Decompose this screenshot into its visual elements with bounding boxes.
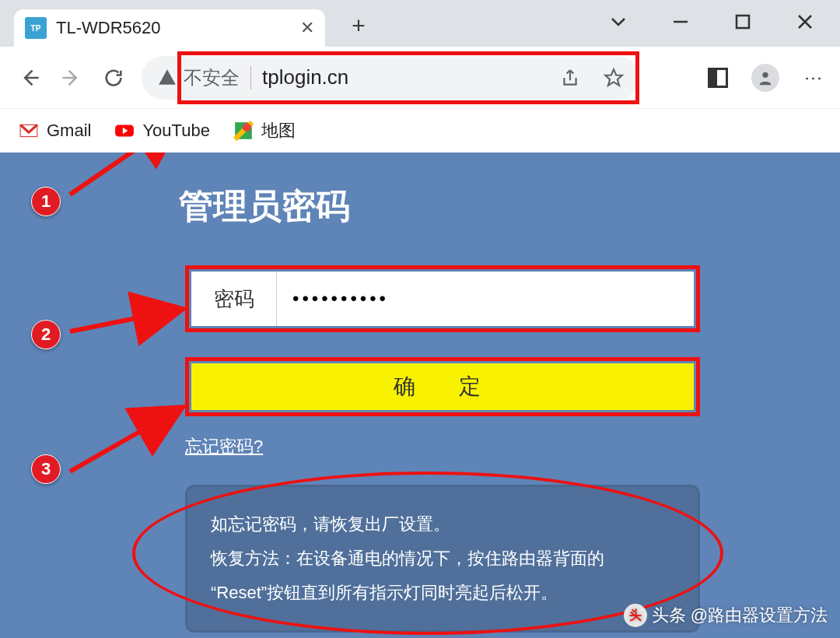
reload-button[interactable] <box>100 64 128 92</box>
svg-rect-1 <box>737 16 749 28</box>
bookmark-maps[interactable]: 地图 <box>233 119 296 142</box>
bookmark-youtube[interactable]: YouTube <box>114 121 209 141</box>
more-menu-icon[interactable]: ⋮ <box>803 69 824 86</box>
watermark-text: @路由器设置方法 <box>691 604 828 627</box>
annotation-highlight-submit: 确 定 <box>185 357 700 416</box>
gmail-icon <box>19 121 39 141</box>
window-controls <box>603 0 840 45</box>
annotation-badge-3: 3 <box>31 454 61 484</box>
security-indicator[interactable]: 不安全 <box>157 65 240 90</box>
svg-point-2 <box>762 72 768 77</box>
maps-icon <box>233 121 254 141</box>
router-login-page: 管理员密码 1 2 3 密码 确 定 忘记密码? 如忘记密码，请恢复出厂设置。 … <box>0 152 840 638</box>
browser-tabstrip: TP TL-WDR5620 ✕ + <box>0 0 840 47</box>
minimize-icon[interactable] <box>665 12 696 31</box>
watermark: 头 头条 @路由器设置方法 <box>624 604 828 627</box>
watermark-icon: 头 <box>624 604 647 627</box>
address-bar[interactable]: 不安全 tplogin.cn <box>142 56 639 100</box>
svg-line-7 <box>70 152 179 195</box>
login-form: 密码 确 定 忘记密码? 如忘记密码，请恢复出厂设置。 恢复方法：在设备通电的情… <box>185 265 700 633</box>
youtube-icon <box>114 121 135 141</box>
svg-line-9 <box>70 409 179 471</box>
warning-icon <box>157 68 177 88</box>
annotation-badge-2: 2 <box>31 320 61 349</box>
forward-button <box>58 64 86 92</box>
share-icon[interactable] <box>560 68 580 88</box>
back-button[interactable] <box>16 64 44 92</box>
info-line: “Reset”按钮直到所有指示灯同时亮起后松开。 <box>211 576 674 610</box>
bookmark-label: 地图 <box>261 119 296 142</box>
annotation-arrow-3 <box>62 394 194 487</box>
watermark-prefix: 头条 <box>652 604 686 627</box>
browser-tab-active[interactable]: TP TL-WDR5620 ✕ <box>14 9 325 47</box>
password-input[interactable] <box>277 272 694 326</box>
annotation-badge-1: 1 <box>31 187 61 216</box>
annotation-arrow-1 <box>62 152 194 210</box>
maximize-icon[interactable] <box>727 12 758 31</box>
star-icon[interactable] <box>604 68 624 88</box>
annotation-highlight-password: 密码 <box>185 265 700 332</box>
insecure-label: 不安全 <box>184 65 240 90</box>
password-label: 密码 <box>191 272 277 326</box>
bookmark-label: YouTube <box>142 121 209 141</box>
new-tab-button[interactable]: + <box>342 9 375 42</box>
info-line: 恢复方法：在设备通电的情况下，按住路由器背面的 <box>211 542 674 576</box>
url-text: tplogin.cn <box>262 65 348 89</box>
browser-toolbar: 不安全 tplogin.cn ⋮ <box>0 47 840 109</box>
annotation-arrow-2 <box>62 277 194 347</box>
favicon: TP <box>25 17 47 39</box>
submit-button[interactable]: 确 定 <box>191 363 694 410</box>
info-line: 如忘记密码，请恢复出厂设置。 <box>211 507 674 542</box>
profile-avatar[interactable] <box>751 64 779 92</box>
forgot-password-link[interactable]: 忘记密码? <box>185 435 263 458</box>
close-tab-icon[interactable]: ✕ <box>300 18 314 38</box>
close-window-icon[interactable] <box>789 12 821 31</box>
svg-point-6 <box>243 123 251 131</box>
password-row: 密码 <box>191 272 694 326</box>
bookmarks-bar: Gmail YouTube 地图 <box>0 109 840 152</box>
bookmark-gmail[interactable]: Gmail <box>19 121 91 141</box>
tab-title: TL-WDR5620 <box>56 18 291 38</box>
chevron-down-icon[interactable] <box>603 12 634 31</box>
svg-line-8 <box>70 310 179 331</box>
bookmark-label: Gmail <box>47 121 91 141</box>
side-panel-icon[interactable] <box>708 68 728 88</box>
page-title: 管理员密码 <box>179 184 350 230</box>
divider <box>250 66 251 89</box>
